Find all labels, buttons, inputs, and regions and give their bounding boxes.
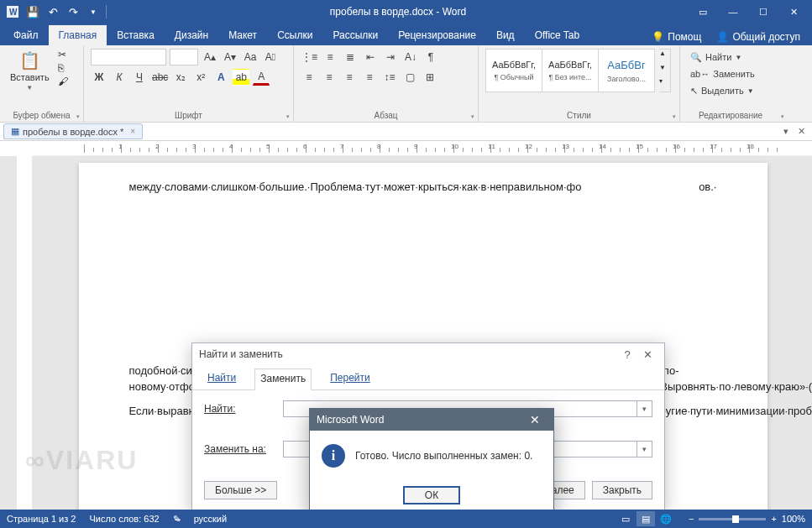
format-painter-icon[interactable]: 🖌: [58, 76, 68, 87]
close-button[interactable]: Закрыть: [592, 481, 652, 499]
subscript-icon[interactable]: x₂: [172, 69, 189, 86]
tab-menu-icon[interactable]: ▾: [778, 126, 794, 137]
close-icon[interactable]: ✕: [778, 0, 809, 24]
style-normal[interactable]: АаБбВвГг, ¶ Обычный: [485, 49, 542, 92]
underline-icon[interactable]: Ч: [131, 69, 148, 86]
increase-indent-icon[interactable]: ⇥: [382, 49, 399, 65]
align-right-icon[interactable]: ≡: [341, 69, 358, 86]
justify-icon[interactable]: ≡: [361, 69, 378, 86]
word-doc-icon: ▦: [11, 126, 19, 137]
tab-design[interactable]: Дизайн: [165, 25, 218, 45]
document-tab-label: пробелы в ворде.docx *: [23, 127, 123, 137]
font-family-select[interactable]: [91, 49, 166, 65]
line-spacing-icon[interactable]: ↕≡: [381, 69, 398, 86]
tab-mailings[interactable]: Рассылки: [322, 25, 388, 45]
ribbon-display-icon[interactable]: ▭: [688, 0, 718, 24]
numbering-icon[interactable]: ≡: [322, 49, 338, 65]
close-tab-icon[interactable]: ×: [130, 127, 135, 136]
styles-expand-icon[interactable]: ▾: [659, 77, 670, 91]
tab-references[interactable]: Ссылки: [267, 25, 322, 45]
status-page[interactable]: Страница 1 из 2: [7, 514, 76, 524]
person-icon: 👤: [716, 31, 729, 43]
tab-insert[interactable]: Вставка: [107, 25, 165, 45]
word-icon[interactable]: W: [3, 3, 22, 21]
paste-button[interactable]: 📋 Вставить ▼: [7, 49, 53, 93]
grow-font-icon[interactable]: A▴: [202, 49, 218, 65]
clear-format-icon[interactable]: Aͯ: [262, 49, 279, 65]
italic-icon[interactable]: К: [111, 69, 128, 86]
maximize-icon[interactable]: ☐: [748, 0, 778, 24]
dialog-tab-find[interactable]: Найти: [202, 369, 241, 389]
borders-icon[interactable]: ⊞: [422, 69, 438, 86]
zoom-out-icon[interactable]: −: [689, 514, 694, 524]
zoom-level[interactable]: 100%: [782, 514, 805, 524]
tab-home[interactable]: Главная: [49, 25, 107, 45]
cut-icon[interactable]: ✂: [58, 49, 68, 60]
strike-icon[interactable]: abc: [151, 69, 169, 86]
messagebox-titlebar[interactable]: Microsoft Word ✕: [310, 409, 553, 431]
share-button[interactable]: 👤 Общий доступ: [710, 29, 807, 45]
sort-icon[interactable]: A↓: [402, 49, 419, 65]
align-left-icon[interactable]: ≡: [301, 69, 317, 86]
dialog-tab-replace[interactable]: Заменить: [254, 369, 312, 390]
multilevel-icon[interactable]: ≣: [342, 49, 359, 65]
superscript-icon[interactable]: x²: [192, 69, 209, 86]
messagebox-close-icon[interactable]: ✕: [523, 413, 547, 426]
status-spellcheck-icon[interactable]: ✎̶: [173, 514, 181, 525]
undo-icon[interactable]: ↶: [44, 3, 62, 21]
chevron-down-icon[interactable]: ▾: [637, 401, 652, 416]
print-layout-icon[interactable]: ▤: [637, 511, 655, 526]
group-editing: 🔍Найти▼ ab↔Заменить ↖Выделить▼ Редактиро…: [680, 45, 788, 122]
show-marks-icon[interactable]: ¶: [422, 49, 439, 65]
select-button[interactable]: ↖Выделить▼: [687, 82, 757, 99]
tab-view[interactable]: Вид: [486, 25, 525, 45]
zoom-in-icon[interactable]: +: [771, 514, 776, 524]
shrink-font-icon[interactable]: A▾: [222, 49, 238, 65]
status-language[interactable]: русский: [194, 514, 227, 524]
font-size-select[interactable]: [170, 49, 198, 65]
decrease-indent-icon[interactable]: ⇤: [362, 49, 379, 65]
tell-me[interactable]: 💡 Помощ: [652, 31, 701, 43]
minimize-icon[interactable]: —: [718, 0, 748, 24]
status-words[interactable]: Число слов: 632: [89, 514, 159, 524]
dialog-close-icon[interactable]: ✕: [637, 348, 657, 361]
copy-icon[interactable]: ⎘: [58, 62, 68, 74]
more-button[interactable]: Больше >>: [204, 481, 277, 499]
read-mode-icon[interactable]: ▭: [616, 511, 635, 526]
ok-button[interactable]: ОК: [403, 486, 460, 504]
svg-text:W: W: [9, 8, 18, 17]
text-effects-icon[interactable]: A: [212, 69, 229, 86]
chevron-down-icon[interactable]: ▾: [637, 442, 652, 457]
messagebox-title: Microsoft Word: [317, 414, 523, 426]
redo-icon[interactable]: ↷: [64, 3, 82, 21]
horizontal-ruler[interactable]: 123456789101112131415161718: [34, 141, 812, 156]
tab-office-tab[interactable]: Office Tab: [525, 25, 590, 45]
tab-layout[interactable]: Макет: [218, 25, 267, 45]
styles-down-icon[interactable]: ▼: [659, 64, 670, 78]
document-tab[interactable]: ▦ пробелы в ворде.docx * ×: [3, 123, 143, 139]
qat-customize-icon[interactable]: ▼: [84, 3, 102, 21]
dialog-tab-goto[interactable]: Перейти: [325, 369, 375, 389]
web-layout-icon[interactable]: 🌐: [657, 511, 675, 526]
style-no-spacing[interactable]: АаБбВвГг, ¶ Без инте...: [542, 49, 599, 92]
replace-button[interactable]: ab↔Заменить: [687, 65, 758, 82]
watermark: ∞VIARU: [25, 445, 138, 476]
shading-icon[interactable]: ▢: [401, 69, 418, 86]
font-color-icon[interactable]: A: [253, 69, 270, 86]
change-case-icon[interactable]: Aa: [242, 49, 259, 65]
highlight-icon[interactable]: ab: [233, 69, 249, 86]
tab-close-icon[interactable]: ✕: [794, 126, 809, 137]
styles-up-icon[interactable]: ▲: [659, 50, 670, 64]
find-button[interactable]: 🔍Найти▼: [687, 49, 745, 65]
help-icon[interactable]: ?: [617, 348, 637, 361]
zoom-slider[interactable]: [699, 518, 766, 520]
ruler-area: 123456789101112131415161718: [0, 141, 812, 156]
save-icon[interactable]: 💾: [24, 3, 42, 21]
tab-file[interactable]: Файл: [3, 25, 49, 45]
style-heading[interactable]: АаБбВг Заголово...: [598, 49, 655, 92]
bullets-icon[interactable]: ⋮≡: [301, 49, 318, 65]
tab-review[interactable]: Рецензирование: [388, 25, 486, 45]
align-center-icon[interactable]: ≡: [321, 69, 338, 86]
bold-icon[interactable]: Ж: [91, 69, 107, 86]
dialog-titlebar[interactable]: Найти и заменить ? ✕: [192, 343, 664, 365]
